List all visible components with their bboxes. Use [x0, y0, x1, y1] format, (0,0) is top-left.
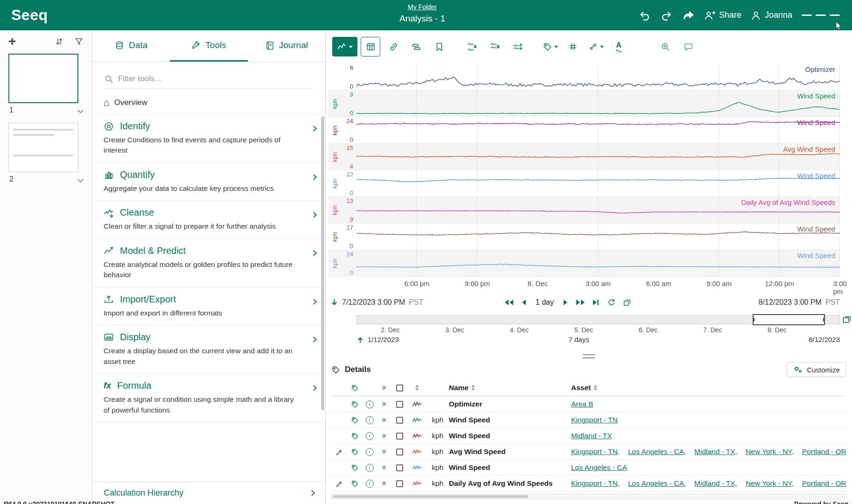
series-label[interactable]: Wind Speed [797, 92, 835, 100]
tag-row-button[interactable] [347, 480, 362, 488]
asset-link[interactable]: Los Angeles - CA [571, 463, 627, 472]
labels-dropdown[interactable] [540, 37, 560, 56]
lane-plot[interactable]: Wind Speed [356, 170, 840, 197]
asset-link[interactable]: Kingsport - TN, [571, 479, 620, 488]
row-checkbox[interactable] [396, 401, 403, 408]
lane-y-axis[interactable]: 22 0 [341, 170, 356, 197]
item-info-button[interactable]: i [366, 400, 374, 408]
overview-link[interactable]: ⌂ Overview [92, 91, 325, 114]
lane-y-axis[interactable]: 15 4 [341, 144, 356, 170]
asset-link[interactable]: Midland - TX [571, 432, 612, 440]
chart-type-dropdown[interactable] [332, 37, 357, 56]
lane-plot[interactable]: Wind Speed [356, 117, 840, 144]
format-button[interactable]: A [609, 37, 629, 56]
signal-style-icon[interactable] [408, 480, 426, 487]
asset-link[interactable]: Portland - OR [802, 448, 846, 456]
series-label[interactable]: Wind Speed [797, 252, 835, 259]
lane-plot[interactable]: Wind Speed [356, 224, 840, 250]
filter-tools-input[interactable] [118, 74, 313, 84]
sort-icon[interactable] [415, 385, 419, 391]
item-name[interactable]: Optimizer [449, 400, 571, 408]
asset-link[interactable]: New York - NY, [746, 479, 794, 488]
lane-plot[interactable]: Optimizer [356, 64, 840, 91]
series-label[interactable]: Wind Speed [797, 225, 835, 233]
asset-column-header[interactable]: Asset [571, 384, 591, 392]
tag-column-icon[interactable] [347, 384, 362, 392]
worksheet-menu-chevron-icon[interactable] [77, 176, 84, 182]
tab-journal[interactable]: Journal [248, 30, 325, 62]
zoom-button[interactable] [656, 37, 675, 56]
details-horizontal-scrollbar[interactable] [331, 494, 846, 499]
item-name[interactable]: Wind Speed [449, 432, 571, 440]
lane-plot[interactable]: Wind Speed [356, 250, 840, 277]
item-name[interactable]: Avg Wind Speed [449, 448, 571, 456]
worksheet-thumbnail-1[interactable] [8, 54, 78, 103]
add-worksheet-button[interactable]: + [8, 37, 16, 46]
investigate-range-icon[interactable] [330, 299, 338, 307]
asset-link[interactable]: Kingsport - TN, [571, 448, 620, 456]
edit-formula-button[interactable] [331, 448, 347, 456]
one-yaxis-button[interactable] [485, 37, 504, 56]
step-forward-fast-button[interactable] [576, 299, 585, 306]
timeline-strip[interactable] [356, 315, 840, 324]
tool-item-formula[interactable]: fx Formula Create a signal or condition … [92, 374, 325, 422]
tool-item-model-predict[interactable]: Model & Predict Create analytical models… [92, 239, 325, 287]
item-info-button[interactable]: i [366, 448, 374, 456]
row-checkbox[interactable] [396, 417, 403, 424]
samples-dropdown[interactable] [586, 37, 606, 56]
hamburger-menu-icon[interactable] [802, 13, 840, 18]
annotate-button[interactable] [678, 37, 698, 56]
gridlines-button[interactable] [563, 37, 583, 56]
go-to-end-button[interactable] [593, 299, 600, 306]
tab-tools[interactable]: Tools [170, 30, 247, 62]
step-back-fast-button[interactable] [504, 299, 514, 306]
capsule-time-button[interactable] [406, 37, 426, 56]
tool-item-cleanse[interactable]: Cleanse Clean or filter a signal to prep… [92, 201, 325, 238]
tool-item-quantify[interactable]: Quantify Aggregate your data to calculat… [92, 163, 325, 201]
date-range-button[interactable] [361, 37, 380, 56]
remove-item-button[interactable]: × [377, 432, 391, 440]
asset-link[interactable]: Midland - TX, [694, 479, 737, 488]
remove-item-button[interactable]: × [377, 463, 391, 472]
share-button[interactable]: Share [704, 10, 741, 21]
compare-view-icon[interactable] [842, 315, 852, 325]
tag-row-button[interactable] [347, 400, 362, 408]
step-forward-button[interactable] [563, 299, 568, 306]
worksheet-menu-chevron-icon[interactable] [77, 107, 84, 113]
timeline-selection-handle[interactable] [753, 314, 825, 325]
item-name[interactable]: Daily Avg of Avg Wind Speeds [449, 479, 571, 488]
asset-link[interactable]: Kingsport - TN [571, 416, 618, 424]
signal-style-icon[interactable] [408, 401, 426, 408]
signal-style-icon[interactable] [408, 417, 426, 424]
resize-handle[interactable] [583, 354, 595, 358]
tag-row-button[interactable] [347, 448, 362, 456]
series-label[interactable]: Daily Avg of Avg Wind Speeds [741, 198, 835, 206]
remove-item-button[interactable]: × [377, 448, 391, 456]
item-info-button[interactable]: i [366, 480, 374, 488]
remove-item-button[interactable]: × [377, 479, 391, 488]
investigate-range-start[interactable]: 1/12/2023 [368, 336, 399, 343]
lane-plot[interactable]: Daily Avg of Avg Wind Speeds [356, 197, 840, 224]
tag-row-button[interactable] [347, 416, 362, 424]
item-name[interactable]: Wind Speed [449, 416, 571, 424]
item-name[interactable]: Wind Speed [449, 463, 571, 472]
asset-link[interactable]: Los Angeles - CA, [628, 479, 686, 488]
asset-link[interactable]: Los Angeles - CA, [628, 448, 686, 456]
refresh-button[interactable] [607, 298, 615, 307]
row-checkbox[interactable] [396, 464, 403, 471]
lane-plot[interactable]: Wind Speed [356, 91, 840, 117]
customize-button[interactable]: Customize [787, 362, 846, 377]
sort-icon[interactable] [594, 385, 597, 391]
investigate-range-end[interactable]: 8/12/2023 [809, 336, 840, 343]
signal-style-icon[interactable] [408, 433, 426, 440]
investigate-range-duration[interactable]: 7 days [568, 336, 589, 343]
lane-y-axis[interactable]: 17 0 [341, 224, 356, 250]
edit-formula-button[interactable] [331, 480, 347, 488]
duplicate-range-button[interactable] [623, 298, 631, 307]
item-info-button[interactable]: i [366, 416, 374, 424]
tools-scrollbar[interactable] [321, 116, 324, 410]
series-label[interactable]: Avg Wind Speed [783, 145, 835, 153]
lane-y-axis[interactable]: 24 0 [341, 250, 356, 277]
autoscale-button[interactable] [508, 37, 527, 56]
select-all-checkbox[interactable] [396, 385, 403, 392]
